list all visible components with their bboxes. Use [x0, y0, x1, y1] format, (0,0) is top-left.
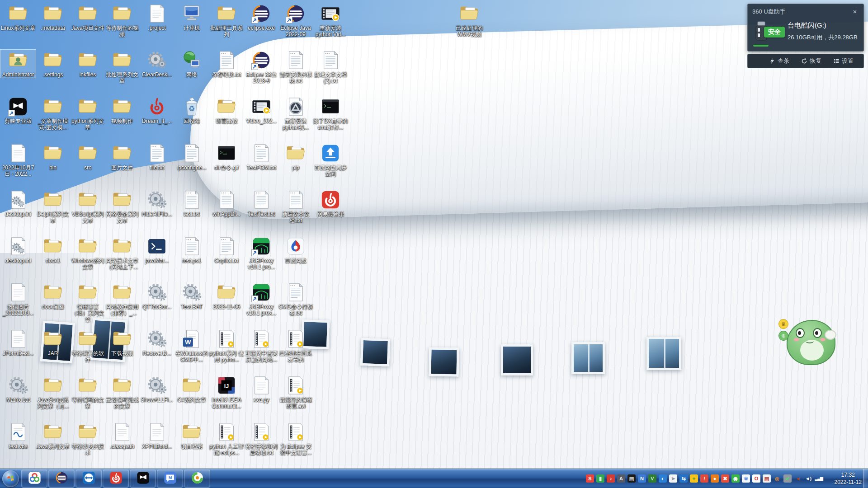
- desktop-icon[interactable]: ♻回收站: [174, 96, 209, 124]
- taskbar-eclipse[interactable]: [48, 469, 75, 488]
- desktop-icon[interactable]: file.txt: [139, 143, 175, 171]
- tray-teamviewer-tray-icon[interactable]: ⇆: [679, 474, 688, 483]
- tray-magnifier-icon[interactable]: ◎: [773, 474, 781, 483]
- desktop-icon[interactable]: 下载视频: [104, 328, 140, 357]
- desktop-icon[interactable]: 等待制作的视频: [104, 3, 140, 38]
- desktop-icon[interactable]: Administrator: [0, 50, 36, 78]
- desktop-icon[interactable]: 2022年10月7日 - 2022...: [0, 143, 36, 178]
- scan-button[interactable]: 查杀: [769, 57, 789, 65]
- desktop-icon[interactable]: 重新安装python视...: [278, 96, 313, 131]
- taskbar-teamviewer[interactable]: [75, 469, 102, 488]
- desktop-icon[interactable]: xxa.py: [244, 375, 279, 403]
- desktop-icon[interactable]: ClearDesk...: [139, 50, 175, 78]
- desktop-icon[interactable]: winAppDr...: [209, 189, 244, 217]
- desktop-icon[interactable]: 新建文本文档.txt: [278, 189, 313, 224]
- desktop-icon[interactable]: JFormDesi...: [0, 328, 36, 357]
- taskbar-360-speed-browser[interactable]: [184, 469, 210, 488]
- desktop-icon[interactable]: test.vbs: [0, 422, 36, 450]
- desktop-icon[interactable]: .classpath: [104, 422, 140, 450]
- desktop-icon[interactable]: 将程序添加到启动项.txt: [244, 422, 279, 456]
- desktop-icon[interactable]: Video_202...: [244, 96, 279, 124]
- desktop-icon[interactable]: pip: [278, 143, 313, 171]
- desktop-icon[interactable]: RecoverD...: [139, 328, 175, 357]
- desktop-icon[interactable]: 2022-11-06: [209, 282, 244, 310]
- taskbar-360-safety-center[interactable]: [21, 469, 47, 488]
- desktop-icon[interactable]: src: [70, 143, 105, 171]
- start-button[interactable]: [0, 469, 21, 488]
- taskbar-capcut[interactable]: [130, 469, 156, 488]
- taskbar-mail-master[interactable]: M: [157, 469, 183, 488]
- desktop-icon[interactable]: 等待涉及的技术: [70, 422, 105, 456]
- desktop-icon[interactable]: _文章制作模式-图文模...: [35, 96, 71, 131]
- desktop-icon[interactable]: ipconfighe...: [174, 143, 209, 171]
- show-desktop-button[interactable]: [863, 469, 868, 488]
- desktop-icon[interactable]: 计算机: [174, 3, 209, 31]
- desktop-icon[interactable]: C#系列文章: [174, 375, 209, 403]
- desktop-icon[interactable]: test.ps1: [174, 236, 209, 264]
- tray-speaker-alt-icon[interactable]: ◄: [794, 474, 802, 483]
- desktop-icon[interactable]: javaMar...: [139, 236, 175, 264]
- desktop-icon[interactable]: 重新安装 python Vid...: [313, 3, 348, 38]
- desktop-icon[interactable]: .project: [139, 3, 175, 31]
- desktop-icon[interactable]: 新建文本文档 (2).txt: [313, 50, 348, 84]
- tray-reader-a-icon[interactable]: A: [617, 474, 625, 483]
- desktop-icon[interactable]: eclipse.exe: [244, 3, 279, 31]
- desktop-icon[interactable]: 网易云音乐: [313, 189, 348, 217]
- desktop-icon[interactable]: python系列文章: [70, 96, 105, 131]
- tray-film-app-icon[interactable]: ▤: [627, 474, 636, 483]
- desktop-icon[interactable]: 编程语言（概）系列文章: [70, 282, 105, 323]
- desktop-icon[interactable]: Eclipse 32位 2018-9: [244, 50, 279, 84]
- desktop-icon[interactable]: bin: [35, 143, 71, 171]
- desktop-icon[interactable]: 图片文件: [104, 143, 140, 171]
- desktop-icon[interactable]: 已整理在西瓜发布的: [278, 328, 313, 363]
- tray-netease-music-tray-icon[interactable]: ♪: [607, 474, 615, 483]
- desktop-icon[interactable]: TestPOM.txt: [244, 143, 279, 171]
- desktop-icon[interactable]: Test.BAT: [174, 282, 209, 310]
- desktop-icon[interactable]: docx1: [35, 236, 71, 264]
- desktop-icon[interactable]: JNBProxy v10.1 prox...: [244, 282, 279, 317]
- desktop-icon[interactable]: Linux系列文章: [0, 3, 36, 31]
- desktop-icon[interactable]: test.txt: [174, 189, 209, 217]
- desktop-icon[interactable]: .metadata: [35, 3, 71, 31]
- desktop-icon[interactable]: 项目档案: [174, 422, 209, 450]
- desktop-icon[interactable]: Eclipse Java 2022-09: [278, 3, 313, 38]
- tray-usb-safe-icon[interactable]: ✔: [783, 474, 792, 483]
- desktop-icon[interactable]: 批处理系列文章: [104, 50, 140, 84]
- desktop-icon[interactable]: 等待编写的文章: [70, 375, 105, 410]
- tray-doc-gear-icon[interactable]: ▤: [763, 474, 771, 483]
- desktop-icon[interactable]: Windows系列文章: [70, 236, 105, 271]
- tray-red-horn-icon[interactable]: !: [700, 474, 708, 483]
- tray-orange-bird-icon[interactable]: ●: [711, 474, 719, 483]
- desktop-icon[interactable]: 视频制作: [104, 96, 140, 124]
- desktop-icon[interactable]: JNBProxy v10.1 pro...: [244, 236, 279, 271]
- desktop-icon[interactable]: desktop.ini: [0, 189, 36, 217]
- desktop-icon[interactable]: Dream_It_...: [139, 96, 175, 124]
- desktop-icon[interactable]: Matrix.bat: [0, 375, 36, 403]
- desktop-icon[interactable]: XPFillBord...: [139, 422, 175, 450]
- tray-wechat-icon[interactable]: ◉: [731, 474, 740, 483]
- desktop-icon[interactable]: python 人工智能 eclips...: [209, 422, 244, 456]
- tray-red-o-icon[interactable]: O: [752, 474, 760, 483]
- desktop-icon[interactable]: dir命令.gif: [209, 143, 244, 171]
- desktop-icon[interactable]: 网络安全系列文章: [104, 189, 140, 224]
- tray-knot-360-icon[interactable]: ※: [742, 474, 750, 483]
- desktop-icon[interactable]: 批处理工具系列: [209, 3, 244, 38]
- desktop-icon[interactable]: CMD命令行标签.txt: [278, 282, 313, 317]
- desktop-icon[interactable]: 等待编写的软件: [70, 328, 105, 363]
- desktop-icon[interactable]: 最流行的编程语言.avi: [278, 375, 313, 410]
- desktop-icon[interactable]: 网站软件应用（推荐）_...: [104, 282, 140, 317]
- desktop-icon[interactable]: 微信图片_20221103...: [0, 282, 36, 317]
- desktop-icon[interactable]: JAR: [35, 328, 71, 357]
- tray-speaker-icon[interactable]: ◄): [804, 474, 812, 483]
- tray-paper-plane-icon[interactable]: ➤: [669, 474, 677, 483]
- desktop-icon[interactable]: docx复整: [35, 282, 71, 310]
- desktop-icon[interactable]: 百度网盘: [278, 236, 313, 264]
- desktop-icon[interactable]: 剪映专业版: [0, 96, 36, 124]
- desktop-icon[interactable]: 网络: [174, 50, 209, 78]
- desktop-icon[interactable]: Delphi系列文章: [35, 189, 71, 224]
- close-icon[interactable]: ×: [851, 8, 859, 16]
- desktop-icon[interactable]: 互联网中需要屏蔽的网站...: [244, 328, 279, 363]
- tray-network-signal-icon[interactable]: ▂▄▆: [815, 474, 823, 483]
- desktop-icon[interactable]: 网络技术文章（网站上下...: [104, 236, 140, 271]
- desktop-icon[interactable]: IJIntelliJ IDEA Communit...: [209, 375, 244, 410]
